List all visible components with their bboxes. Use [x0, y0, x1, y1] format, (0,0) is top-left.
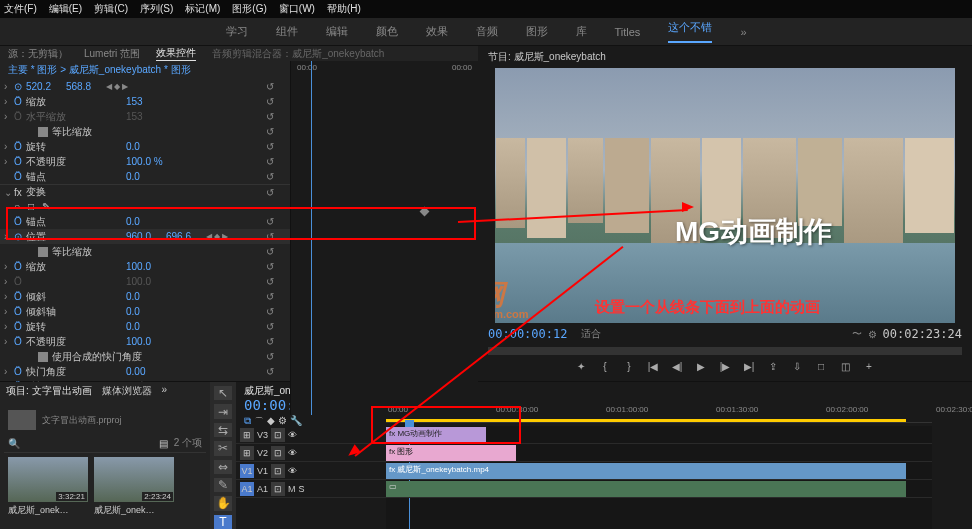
prop-transform[interactable]: 变换: [26, 185, 46, 199]
menu-sequence[interactable]: 序列(S): [140, 2, 173, 16]
prop-posy[interactable]: 696.6: [166, 231, 206, 242]
slip-tool-icon[interactable]: ⇔: [214, 460, 232, 474]
prop-scale2-val[interactable]: 100.0: [126, 261, 166, 272]
uniform-checkbox[interactable]: [38, 127, 48, 137]
ripple-tool-icon[interactable]: ⇆: [214, 423, 232, 437]
prop-rot2-val[interactable]: 0.0: [126, 321, 166, 332]
razor-tool-icon[interactable]: ✂: [214, 441, 232, 455]
prop-position[interactable]: 位置: [26, 230, 126, 244]
ws-overflow-icon[interactable]: »: [740, 26, 746, 38]
prop-scale-val[interactable]: 153: [126, 96, 166, 107]
ws-audio[interactable]: 音频: [476, 24, 498, 39]
menu-edit[interactable]: 编辑(E): [49, 2, 82, 16]
prop-rotation[interactable]: 旋转: [26, 140, 126, 154]
type-tool-icon[interactable]: T: [214, 515, 232, 529]
menu-file[interactable]: 文件(F): [4, 2, 37, 16]
eye-icon[interactable]: 👁: [288, 448, 297, 458]
resolution-dropdown[interactable]: 〜: [852, 327, 862, 341]
play-icon[interactable]: ▶: [693, 361, 709, 377]
keyframe-nav[interactable]: ◀ ◆ ▶: [206, 232, 228, 241]
timeline-ruler[interactable]: 00:00 00:00:30:00 00:01:00:00 00:01:30:0…: [386, 403, 932, 423]
track-output[interactable]: ⊡: [271, 464, 285, 478]
add-marker-icon[interactable]: ✦: [573, 361, 589, 377]
prop-anchor[interactable]: 锚点: [26, 170, 126, 184]
fx-icon[interactable]: fx: [14, 187, 22, 198]
compare-icon[interactable]: ◫: [837, 361, 853, 377]
eye-icon[interactable]: 👁: [288, 466, 297, 476]
prop-skew[interactable]: 倾斜: [26, 290, 126, 304]
prop-header-v1[interactable]: 520.2: [26, 81, 66, 92]
program-tc-left[interactable]: 00:00:00:12: [488, 327, 567, 341]
track-v1-label[interactable]: V1: [257, 466, 268, 476]
clip-graphic[interactable]: fx 图形: [386, 445, 516, 461]
clip-audio[interactable]: ▭: [386, 481, 906, 497]
clip-video[interactable]: fx 威尼斯_onekeybatch.mp4: [386, 463, 906, 479]
tab-media-browser[interactable]: 媒体浏览器: [102, 384, 152, 400]
tab-project[interactable]: 项目: 文字冒出动画: [6, 384, 92, 400]
mark-in-icon[interactable]: {: [597, 361, 613, 377]
btn-plus-icon[interactable]: +: [861, 361, 877, 377]
track-toggle[interactable]: ⊞: [240, 428, 254, 442]
track-output[interactable]: ⊡: [271, 482, 285, 496]
tab-overflow-icon[interactable]: »: [162, 384, 168, 400]
ws-effects[interactable]: 效果: [426, 24, 448, 39]
prop-anchor2[interactable]: 锚点: [26, 215, 126, 229]
search-icon[interactable]: 🔍: [8, 438, 20, 449]
clip-mg[interactable]: fx MG动画制作: [386, 427, 486, 443]
mask-pen-icon[interactable]: ✎: [42, 201, 56, 212]
uniform2-checkbox[interactable]: [38, 247, 48, 257]
mask-rect-icon[interactable]: □: [28, 201, 42, 212]
timeline-tracks[interactable]: fx MG动画制作 fx 图形 fx 威尼斯_onekeybatch.mp4 ▭: [386, 426, 932, 529]
menu-graphics[interactable]: 图形(G): [232, 2, 266, 16]
prop-rot2[interactable]: 旋转: [26, 320, 126, 334]
eye-icon[interactable]: 👁: [288, 430, 297, 440]
extract-icon[interactable]: ⇩: [789, 361, 805, 377]
menu-marker[interactable]: 标记(M): [185, 2, 220, 16]
track-select-tool-icon[interactable]: ⇥: [214, 404, 232, 418]
prop-skew-val[interactable]: 0.0: [126, 291, 166, 302]
prop-op2[interactable]: 不透明度: [26, 335, 126, 349]
ws-custom[interactable]: 这个不错: [668, 20, 712, 43]
ws-editing[interactable]: 编辑: [326, 24, 348, 39]
track-v3-label[interactable]: V3: [257, 430, 268, 440]
prop-scale2[interactable]: 缩放: [26, 260, 126, 274]
solo-icon[interactable]: S: [299, 484, 305, 494]
mask-circle-icon[interactable]: ○: [14, 201, 28, 212]
export-frame-icon[interactable]: □: [813, 361, 829, 377]
menu-window[interactable]: 窗口(W): [279, 2, 315, 16]
go-in-icon[interactable]: |◀: [645, 361, 661, 377]
project-item[interactable]: 3:32:21 威尼斯_onek…: [8, 457, 88, 517]
prop-shutter-val[interactable]: 0.00: [126, 366, 166, 377]
keyframe-icon[interactable]: [420, 207, 430, 217]
project-item[interactable]: 2:23:24 威尼斯_onek…: [94, 457, 174, 517]
program-monitor[interactable]: MG动画制作 设置一个从线条下面到上面的动画 GXT网 system.com: [495, 68, 955, 323]
track-a1-label[interactable]: A1: [257, 484, 268, 494]
prop-skewaxis[interactable]: 倾斜轴: [26, 305, 126, 319]
work-area-bar[interactable]: [386, 419, 906, 422]
menu-help[interactable]: 帮助(H): [327, 2, 361, 16]
tab-effect-controls[interactable]: 效果控件: [156, 46, 196, 61]
project-search-input[interactable]: [20, 438, 159, 448]
track-output[interactable]: ⊡: [271, 446, 285, 460]
tab-lumetri[interactable]: Lumetri 范围: [84, 47, 140, 61]
settings-icon[interactable]: ⚙: [868, 329, 877, 340]
track-v2-label[interactable]: V2: [257, 448, 268, 458]
track-toggle[interactable]: ⊞: [240, 446, 254, 460]
mute-icon[interactable]: M: [288, 484, 296, 494]
selection-tool-icon[interactable]: ↖: [214, 386, 232, 400]
filter-icon[interactable]: ▤: [159, 438, 168, 449]
pen-tool-icon[interactable]: ✎: [214, 478, 232, 492]
prop-posx[interactable]: 960.0: [126, 231, 166, 242]
ws-learn[interactable]: 学习: [226, 24, 248, 39]
ws-assembly[interactable]: 组件: [276, 24, 298, 39]
track-target[interactable]: A1: [240, 482, 254, 496]
fit-dropdown[interactable]: 适合: [581, 327, 601, 341]
hand-tool-icon[interactable]: ✋: [214, 496, 232, 510]
prop-opacity[interactable]: 不透明度: [26, 155, 126, 169]
usecomp-checkbox[interactable]: [38, 352, 48, 362]
prop-skewaxis-val[interactable]: 0.0: [126, 306, 166, 317]
prop-op-val[interactable]: 100.0 %: [126, 156, 166, 167]
ws-color[interactable]: 颜色: [376, 24, 398, 39]
prop-op2-val[interactable]: 100.0: [126, 336, 166, 347]
prop-scale[interactable]: 缩放: [26, 95, 126, 109]
